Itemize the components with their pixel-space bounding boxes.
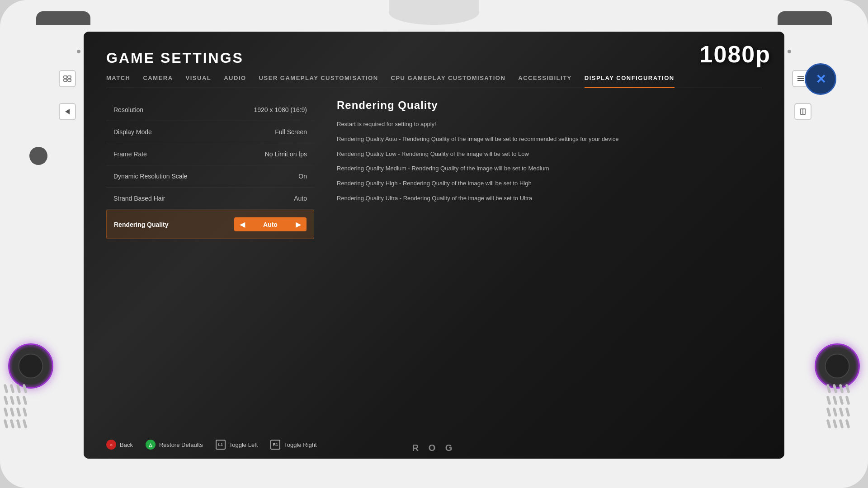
toggle-right-label: Toggle Right: [284, 441, 316, 448]
dpad[interactable]: [14, 131, 63, 181]
info-text-auto: Rendering Quality Auto - Rendering Quali…: [337, 135, 762, 144]
toggle-right-icon: R1: [270, 440, 280, 450]
setting-frame-rate[interactable]: Frame Rate No Limit on fps: [106, 143, 314, 165]
restore-defaults-control[interactable]: △ Restore Defaults: [146, 440, 203, 450]
screen-content: GAME SETTINGS MATCH CAMERA VISUAL AUDIO …: [84, 32, 784, 459]
setting-strand-hair[interactable]: Strand Based Hair Auto: [106, 188, 314, 210]
main-content: Resolution 868 x 488 (16:9) Display Mo…: [106, 99, 762, 436]
setting-label-strand-hair: Strand Based Hair: [113, 195, 165, 202]
tab-accessibility[interactable]: ACCESSIBILITY: [518, 75, 571, 84]
info-text-medium: Rendering Quality Medium - Rendering Qua…: [337, 164, 762, 174]
svg-rect-1: [68, 76, 71, 78]
device-body: ✕ 1080p G: [0, 0, 868, 488]
toggle-left-control[interactable]: L1 Toggle Left: [216, 440, 258, 450]
setting-value-frame-rate: No Limit on fps: [265, 150, 307, 158]
back-control[interactable]: ○ Back: [106, 440, 133, 450]
tab-navigation: MATCH CAMERA VISUAL AUDIO USER GAMEPLAY …: [106, 75, 762, 88]
setting-label-display-mode: Display Mode: [113, 128, 152, 136]
rendering-quality-left-arrow[interactable]: ◀: [240, 220, 245, 229]
info-text-ultra: Rendering Quality Ultra - Rendering Qual…: [337, 194, 762, 203]
rendering-quality-right-arrow[interactable]: ▶: [296, 220, 301, 229]
tab-cpu-gameplay[interactable]: CPU GAMEPLAY CUSTOMISATION: [391, 75, 506, 84]
setting-dynamic-res[interactable]: Dynamic Resolution Scale On: [106, 165, 314, 188]
toggle-left-label: Toggle Left: [229, 441, 258, 448]
left-top-button[interactable]: [59, 70, 76, 87]
svg-rect-2: [64, 79, 67, 81]
tab-visual[interactable]: VISUAL: [186, 75, 212, 84]
left-joystick[interactable]: [8, 343, 53, 389]
tab-user-gameplay[interactable]: USER GAMEPLAY CUSTOMISATION: [259, 75, 378, 84]
svg-marker-4: [65, 109, 70, 114]
right-bumper[interactable]: [778, 11, 832, 25]
setting-value-strand-hair: Auto: [294, 195, 307, 202]
right-joystick[interactable]: [815, 343, 860, 389]
setting-label-dynamic-res: Dynamic Resolution Scale: [113, 173, 187, 180]
setting-value-resolution: 868 x 488 (16:9): [254, 106, 307, 113]
top-center-bump: [389, 0, 479, 25]
info-panel-title: Rendering Quality: [337, 99, 762, 112]
restore-defaults-label: Restore Defaults: [159, 441, 203, 448]
right-mid-button[interactable]: [794, 103, 811, 120]
info-text-restart: Restart is required for setting to apply…: [337, 120, 762, 129]
right-indicator-dot: [788, 50, 791, 53]
setting-display-mode[interactable]: Display Mode Full Screen: [106, 121, 314, 143]
page-title: GAME SETTINGS: [106, 50, 762, 66]
x-button[interactable]: ✕: [805, 63, 836, 95]
left-mid-button[interactable]: [59, 103, 76, 120]
left-joystick-inner: [19, 354, 43, 379]
setting-rendering-quality[interactable]: Rendering Quality ◀ Auto ▶: [106, 210, 314, 239]
setting-value-dynamic-res: On: [298, 173, 307, 180]
info-text-high: Rendering Quality High - Rendering Quali…: [337, 179, 762, 188]
settings-list: Resolution 868 x 488 (16:9) Display Mo…: [106, 99, 314, 436]
rendering-quality-value: Auto: [263, 221, 278, 228]
info-text-low: Rendering Quality Low - Rendering Qualit…: [337, 150, 762, 159]
info-panel: Rendering Quality Restart is required fo…: [328, 99, 762, 436]
restore-icon: △: [146, 440, 156, 450]
left-bumper[interactable]: [36, 11, 90, 25]
rog-logo: R O G: [412, 443, 456, 453]
x-icon: ✕: [816, 72, 826, 87]
svg-rect-3: [68, 79, 71, 81]
right-joystick-inner: [825, 354, 850, 379]
setting-value-display-mode: Full Screen: [275, 128, 307, 136]
rendering-quality-control[interactable]: ◀ Auto ▶: [234, 217, 307, 231]
setting-label-resolution: Resolution: [113, 106, 143, 113]
setting-label-rendering-quality: Rendering Quality: [114, 221, 169, 228]
screen: 1080p GAME SETTINGS MATCH CAMERA VISUAL …: [84, 32, 784, 459]
bottom-controls: ○ Back △ Restore Defaults L1 Toggle Left…: [106, 440, 317, 450]
tab-audio[interactable]: AUDIO: [224, 75, 246, 84]
right-speaker: [827, 384, 863, 452]
tab-camera[interactable]: CAMERA: [143, 75, 173, 84]
setting-label-frame-rate: Frame Rate: [113, 150, 147, 158]
left-indicator-dot: [77, 50, 80, 53]
left-speaker: [5, 384, 41, 452]
dpad-center: [29, 147, 47, 165]
tab-match[interactable]: MATCH: [106, 75, 130, 84]
back-label: Back: [120, 441, 133, 448]
svg-rect-0: [64, 76, 67, 78]
back-icon: ○: [106, 440, 116, 450]
tab-display-config[interactable]: DISPLAY CONFIGURATION: [585, 75, 675, 88]
toggle-right-control[interactable]: R1 Toggle Right: [270, 440, 316, 450]
toggle-left-icon: L1: [216, 440, 226, 450]
setting-resolution[interactable]: Resolution 868 x 488 (16:9): [106, 99, 314, 121]
